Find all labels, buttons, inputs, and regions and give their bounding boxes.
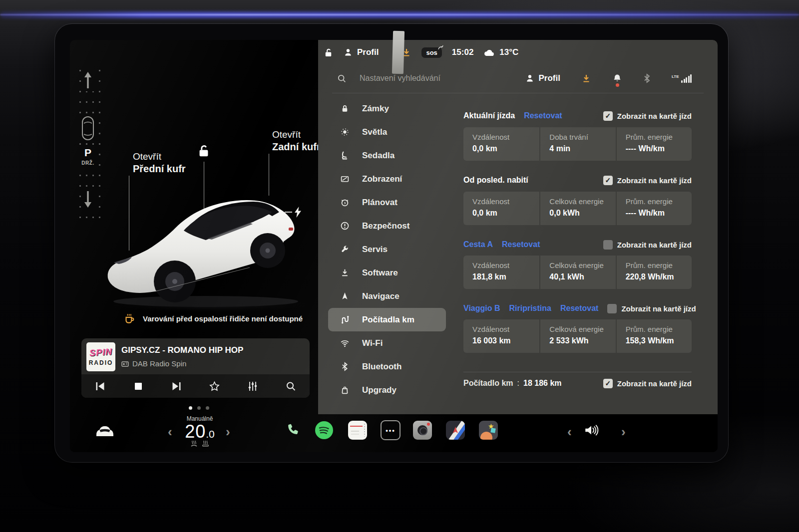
- show-on-card-label: Zobrazit na kartě jízd: [621, 304, 696, 313]
- unlocked-icon[interactable]: [324, 48, 334, 57]
- sidebar-item-display[interactable]: Zobrazení: [328, 167, 446, 191]
- temperature-int: 20: [185, 421, 206, 442]
- volume-up-chevron[interactable]: ›: [621, 425, 626, 438]
- page-dot[interactable]: [206, 406, 209, 410]
- temp-increase-chevron[interactable]: ›: [226, 425, 230, 438]
- dashboard-ambient-led: [0, 12, 799, 18]
- trips-content: Aktuální jízda Resetovat Zobrazit na kar…: [463, 40, 692, 414]
- show-on-card-label: Zobrazit na kartě jízd: [617, 241, 692, 249]
- gear-hold-label: DRŽ.: [78, 159, 98, 166]
- update-download-icon[interactable]: [401, 47, 411, 57]
- settings-panel: Profil sos 15:02 13°C Nastavení vyhledáv…: [318, 40, 718, 414]
- trip-icon: [340, 315, 350, 324]
- sidebar-label: Počítadla km: [362, 315, 414, 325]
- media-source-label: DAB Radio Spin: [132, 359, 186, 368]
- station-logo-top: SPIN: [89, 346, 112, 358]
- media-search-icon[interactable]: [285, 381, 297, 392]
- front-trunk-button[interactable]: Otevřít Přední kufr: [133, 151, 186, 175]
- gear-selector-strip[interactable]: P DRŽ.: [75, 62, 101, 227]
- sidebar-item-safety[interactable]: Bezpečnost: [328, 214, 446, 238]
- upgrades-icon: [340, 385, 350, 395]
- trip-cell: Vzdálenost16 003 km: [463, 319, 539, 353]
- car-topview-icon: [79, 113, 97, 143]
- service-icon: [340, 245, 350, 254]
- show-on-card-checkbox[interactable]: [603, 240, 613, 250]
- trip-cell: Prům. energie220,8 Wh/km: [616, 256, 692, 289]
- sidebar-item-locks[interactable]: Zámky: [328, 97, 446, 120]
- odometer-divider: [463, 372, 692, 372]
- search-icon[interactable]: [337, 74, 347, 83]
- profile-person-icon: [344, 48, 353, 57]
- trip-section-title: Aktuální jízda: [463, 111, 515, 120]
- favorite-star-icon[interactable]: [209, 381, 220, 392]
- car-controls-button[interactable]: [93, 421, 117, 441]
- trip-cell: Vzdálenost0,0 km: [463, 192, 539, 225]
- stop-icon[interactable]: [133, 381, 144, 392]
- sidebar-label: Zámky: [362, 104, 389, 114]
- vehicle-image: [100, 176, 315, 315]
- spotify-app-button[interactable]: [314, 420, 334, 440]
- trip-name-link[interactable]: Cesta A: [463, 240, 493, 249]
- sidebar-item-upgrades[interactable]: Upgrady: [328, 378, 446, 402]
- reset-link[interactable]: Resetovat: [524, 111, 562, 120]
- trip-table: Vzdálenost16 003 km Celková energie2 533…: [463, 319, 692, 353]
- all-apps-button[interactable]: •••: [381, 420, 400, 440]
- sos-button[interactable]: sos: [421, 47, 441, 58]
- sidebar-item-lights[interactable]: Světla: [328, 120, 446, 144]
- sidebar-item-wifi[interactable]: Wi-Fi: [328, 331, 446, 355]
- equalizer-icon[interactable]: [247, 381, 258, 392]
- show-on-card-checkbox[interactable]: [607, 304, 617, 313]
- sidebar-label: Zobrazení: [362, 174, 402, 184]
- track-title: GIPSY.CZ - ROMANO HIP HOP: [121, 345, 243, 355]
- trip-name-link[interactable]: Viaggio B: [463, 304, 500, 313]
- reset-link[interactable]: Resetovat: [502, 240, 540, 249]
- reset-link[interactable]: Resetovat: [560, 304, 598, 313]
- sidebar-item-service[interactable]: Servis: [328, 238, 446, 261]
- page-dot[interactable]: [197, 406, 201, 410]
- show-on-card-checkbox[interactable]: [603, 111, 613, 121]
- phone-app-button[interactable]: [283, 420, 303, 440]
- gear-reverse-arrow-icon[interactable]: [81, 188, 95, 210]
- gear-drive-arrow-icon[interactable]: [81, 69, 95, 91]
- trip-table: Vzdálenost0,0 km Doba trvání4 min Prům. …: [463, 127, 692, 161]
- previous-track-icon[interactable]: [94, 381, 106, 392]
- display-icon: [340, 174, 350, 184]
- driver-profile-button[interactable]: Profil: [344, 47, 379, 57]
- sidebar-item-bluetooth[interactable]: Bluetooth: [328, 355, 446, 378]
- sidebar-item-schedule[interactable]: Plánovat: [328, 191, 446, 214]
- maps-app-button[interactable]: [445, 420, 465, 440]
- volume-control[interactable]: [580, 421, 602, 439]
- volume-icon: [583, 423, 600, 438]
- defrost-indicators: [186, 440, 214, 447]
- trip-table: Vzdálenost0,0 km Celková energie0,0 kWh …: [463, 192, 692, 225]
- radio-app-button[interactable]: [348, 420, 368, 440]
- temperature-control[interactable]: 20.0: [170, 421, 230, 442]
- rear-trunk-button[interactable]: Otevřít Zadní kufr: [272, 129, 321, 153]
- media-player[interactable]: SPIN RADIO GIPSY.CZ - ROMANO HIP HOP DAB…: [81, 338, 310, 398]
- spotify-icon: [315, 421, 334, 440]
- sidebar-item-navigation[interactable]: Navigace: [328, 284, 446, 308]
- show-on-card-checkbox[interactable]: [603, 176, 613, 185]
- rear-defrost-icon: [202, 440, 209, 447]
- next-track-icon[interactable]: [171, 381, 182, 392]
- sidebar-item-trips[interactable]: Počítadla km: [328, 308, 446, 331]
- media-source: DAB Radio Spin: [121, 359, 186, 368]
- navigation-icon: [340, 291, 350, 301]
- volume-down-chevron[interactable]: ‹: [567, 425, 572, 438]
- dashcam-app-button[interactable]: [412, 420, 432, 440]
- sidebar-item-seats[interactable]: Sedadla: [328, 144, 446, 167]
- search-input[interactable]: Nastavení vyhledávání: [360, 74, 440, 83]
- show-on-card-group: Zobrazit na kartě jízd: [607, 304, 696, 313]
- theater-app-button[interactable]: ★: [478, 420, 498, 440]
- odometer-separator: :: [517, 379, 519, 388]
- sidebar-item-software[interactable]: Software: [328, 261, 446, 284]
- rename-link[interactable]: Riripristina: [509, 304, 551, 313]
- unlock-icon[interactable]: [197, 144, 211, 158]
- gear-park-button[interactable]: P: [79, 146, 97, 159]
- sidebar-label: Bezpečnost: [362, 221, 409, 231]
- media-page-dots[interactable]: [189, 406, 212, 410]
- page-dot[interactable]: [189, 406, 192, 410]
- warning-text: Varování před ospalostí řidiče není dost…: [143, 314, 303, 323]
- show-on-card-checkbox[interactable]: [603, 379, 613, 388]
- profile-name: Profil: [357, 47, 379, 57]
